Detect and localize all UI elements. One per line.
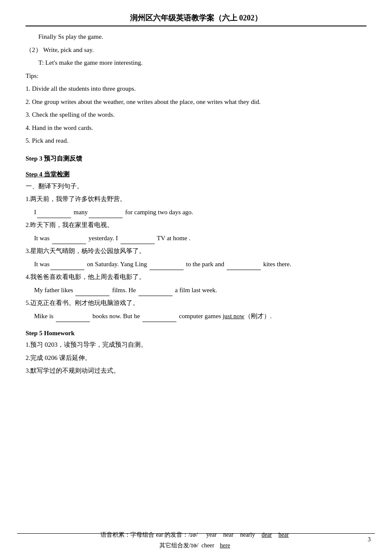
phonics-word-near: near (223, 532, 233, 538)
blank-3-2[interactable] (150, 270, 184, 270)
tip-4: 4. Hand in the word cards. (26, 122, 366, 134)
blank-4-2[interactable] (138, 296, 173, 296)
blank-3-3[interactable] (227, 270, 261, 270)
tip-3: 3. Check the spelling of the words. (26, 109, 366, 121)
step5-heading: Step 5 Homework (26, 330, 366, 337)
phonics-word-dear: dear (262, 532, 272, 538)
intro-line-2: （2） Write, pick and say. (26, 44, 366, 56)
blank-2-2[interactable] (121, 244, 155, 244)
blank-1-2[interactable] (89, 218, 123, 218)
blank-2-1[interactable] (52, 244, 86, 244)
step4-instruction: 一、翻译下列句子。 (26, 180, 366, 193)
tip-1: 1. Divide all the students into three gr… (26, 83, 366, 95)
sentence-2-english: It was yesterday. I TV at home . (34, 232, 366, 244)
blank-5-2[interactable] (142, 322, 176, 322)
blank-4-1[interactable] (75, 296, 110, 296)
intro-line-3: T: Let's make the game more interesting. (38, 57, 366, 69)
just-now-text: just now (222, 313, 244, 319)
blank-5-1[interactable] (56, 322, 90, 322)
blank-3-1[interactable] (50, 270, 84, 270)
page: 润州区六年级英语教学案（六上 0202） Finally Ss play the… (0, 0, 392, 555)
sentence-1-english: I many for camping two days ago. (34, 206, 366, 219)
homework-3: 3.默写学过的不规则动词过去式。 (26, 365, 366, 377)
sentence-3-chinese: 3.星期六天气晴朗，杨玲去公园放风筝了。 (26, 245, 366, 257)
footer-phonics-line1: 语音积累：字母组合 ear 的发音：/ɪə/ year near nearly … (0, 529, 392, 540)
tip-2: 2. One group writes about the weather, o… (26, 96, 366, 108)
footer-phonics-line2: 其它组合发/ɪə/ cheer here (0, 540, 392, 551)
phonics-word-hear: hear (279, 532, 289, 538)
page-title: 润州区六年级英语教学案（六上 0202） (26, 13, 366, 26)
footer-content: 语音积累：字母组合 ear 的发音：/ɪə/ year near nearly … (0, 529, 392, 551)
sentence-3-english: It was on Saturday. Yang Ling to the par… (34, 258, 366, 270)
phonics2-word-here: here (220, 542, 230, 549)
sentence-4-chinese: 4.我爸爸喜欢看电影，他上周去看电影了。 (26, 271, 366, 283)
blank-1-1[interactable] (37, 218, 71, 218)
tip-5: 5. Pick and read. (26, 135, 366, 147)
sentence-5-english: Mike is books now. But he computer games… (34, 310, 366, 322)
sentence-2-chinese: 2.昨天下雨，我在家里看电视。 (26, 219, 366, 231)
homework-1: 1.预习 0203，读预习导学，完成预习自测。 (26, 339, 366, 351)
sentence-5-chinese: 5.迈克正在看书。刚才他玩电脑游戏了。 (26, 297, 366, 309)
tips-label: Tips: (26, 70, 366, 82)
sentence-4-english: My father likes films. He a film last we… (34, 284, 366, 296)
phonics2-label: 其它组合发/ɪə/ cheer (159, 542, 217, 549)
phonics-label: 语音积累：字母组合 ear 的发音：/ɪə/ (101, 532, 198, 538)
intro-line-1: Finally Ss play the game. (38, 31, 366, 43)
phonics-word-nearly: nearly (240, 532, 255, 538)
step3-heading: Step 3 预习自测反馈 (26, 155, 366, 163)
sentence-1-chinese: 1.两天前，我带了许多饮料去野营。 (26, 193, 366, 205)
main-content: Finally Ss play the game. （2） Write, pic… (26, 31, 366, 377)
homework-2: 2.完成 0206 课后延伸。 (26, 352, 366, 364)
phonics-word-year: year (206, 532, 216, 538)
step4-heading: Step 4 当堂检测 (26, 170, 366, 178)
